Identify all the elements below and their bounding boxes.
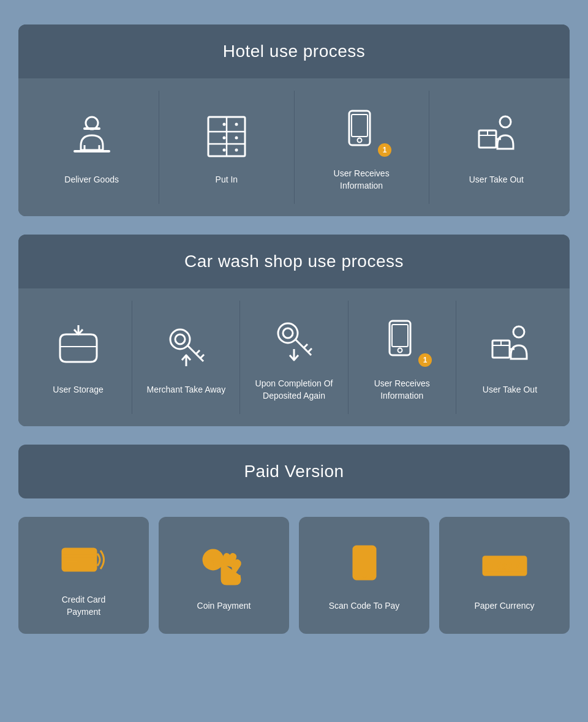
svg-rect-45 xyxy=(62,549,96,571)
svg-rect-2 xyxy=(74,150,110,152)
svg-line-29 xyxy=(200,355,204,358)
svg-point-26 xyxy=(175,334,185,344)
svg-rect-38 xyxy=(392,325,408,347)
svg-rect-37 xyxy=(390,321,410,355)
basket-down-icon xyxy=(51,319,106,374)
carwash-items-row: User Storage Merchant Tak xyxy=(18,288,570,426)
paid-items-row: Credit CardPayment $ Coin Payment xyxy=(18,517,570,633)
paper-currency-label: Paper Currency xyxy=(474,600,534,612)
svg-point-39 xyxy=(398,348,402,353)
cw-person-box-icon xyxy=(482,319,537,374)
delivery-man-icon xyxy=(64,109,119,164)
svg-text:$: $ xyxy=(211,555,216,565)
phone-notification-icon: 1 xyxy=(334,103,389,158)
svg-line-28 xyxy=(196,350,200,354)
hotel-section: Hotel use process Deliver G xyxy=(18,24,570,216)
coin-payment-label: Coin Payment xyxy=(197,600,251,612)
carwash-title: Car wash shop use process xyxy=(18,235,570,288)
svg-line-34 xyxy=(304,344,307,348)
locker-icon xyxy=(199,109,254,164)
hotel-title: Hotel use process xyxy=(18,24,570,78)
scan-phone-icon xyxy=(340,541,389,590)
paid-item-paper-currency: $ Paper Currency xyxy=(439,517,570,633)
paper-currency-icon: $ xyxy=(480,541,529,590)
cw-item-user-receives: 1 User ReceivesInformation xyxy=(349,301,456,414)
merchant-take-away-label: Merchant Take Away xyxy=(146,384,225,396)
paid-section: Paid Version xyxy=(18,445,570,498)
paid-item-coin-payment: $ Coin Payment xyxy=(159,517,289,633)
svg-line-35 xyxy=(308,348,312,352)
cw-item-user-storage: User Storage xyxy=(24,301,132,414)
upon-completion-label: Upon Completion OfDeposited Again xyxy=(255,378,333,402)
svg-point-14 xyxy=(235,148,238,151)
user-take-out-label: User Take Out xyxy=(469,174,524,186)
paid-item-credit-card: Credit CardPayment xyxy=(18,517,149,633)
hotel-items-row: Deliver Goods xyxy=(18,78,570,216)
svg-point-17 xyxy=(358,138,362,143)
svg-point-12 xyxy=(235,136,238,139)
hotel-item-put-in: Put In xyxy=(159,91,294,204)
person-box-icon xyxy=(469,109,524,164)
svg-point-18 xyxy=(500,116,511,127)
key-down-icon xyxy=(266,313,322,368)
svg-point-59 xyxy=(518,563,524,569)
hotel-item-deliver-goods: Deliver Goods xyxy=(24,91,159,204)
user-receives-label: User ReceivesInformation xyxy=(334,168,390,192)
cw-item-upon-completion: Upon Completion OfDeposited Again xyxy=(240,301,348,414)
key-up-icon xyxy=(159,319,214,374)
user-storage-label: User Storage xyxy=(53,384,103,396)
svg-point-11 xyxy=(222,136,225,139)
cw-phone-notification-icon: 1 xyxy=(374,313,429,368)
svg-point-58 xyxy=(486,563,492,569)
cw-user-take-out-label: User Take Out xyxy=(483,384,537,396)
scan-code-label: Scan Code To Pay xyxy=(329,600,400,612)
hotel-item-user-receives: 1 User ReceivesInformation xyxy=(295,91,429,204)
deliver-goods-label: Deliver Goods xyxy=(64,174,119,186)
notification-badge: 1 xyxy=(378,143,391,157)
cw-notification-badge: 1 xyxy=(418,353,432,367)
svg-point-13 xyxy=(222,148,225,151)
cw-user-receives-label: User ReceivesInformation xyxy=(374,378,430,402)
svg-point-32 xyxy=(283,328,293,338)
svg-point-9 xyxy=(222,122,225,126)
paid-item-scan-code: Scan Code To Pay xyxy=(299,517,429,633)
cw-item-user-take-out: User Take Out xyxy=(456,301,564,414)
svg-rect-1 xyxy=(83,127,100,130)
svg-rect-15 xyxy=(349,111,370,145)
hotel-item-user-take-out: User Take Out xyxy=(429,91,564,204)
cw-item-merchant-take-away: Merchant Take Away xyxy=(132,301,240,414)
paid-title: Paid Version xyxy=(18,445,570,498)
put-in-label: Put In xyxy=(216,174,238,186)
carwash-section: Car wash shop use process User Storage xyxy=(18,235,570,426)
svg-rect-16 xyxy=(352,115,368,137)
svg-point-10 xyxy=(235,122,238,126)
coin-tap-icon: $ xyxy=(200,541,249,590)
svg-point-40 xyxy=(513,326,524,337)
credit-card-label: Credit CardPayment xyxy=(62,594,106,618)
credit-card-icon xyxy=(59,535,108,584)
